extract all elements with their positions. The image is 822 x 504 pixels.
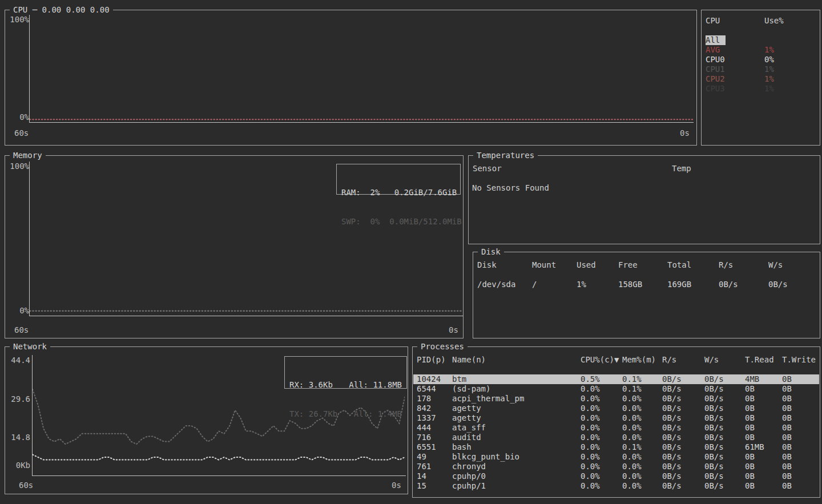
- process-row[interactable]: 444ata_sff0.0%0.0%0B/s0B/s0B0B: [413, 423, 819, 433]
- process-row-cell: 15: [417, 481, 426, 491]
- memory-ram-legend: RAM: 2% 0.2GiB/7.6GiB: [341, 188, 456, 197]
- process-row-cell: 0.0%: [622, 471, 642, 481]
- memory-x-right-label: 0s: [449, 325, 458, 335]
- processes-panel-title: Processes: [417, 342, 468, 352]
- process-row-cell: 61MB: [745, 442, 764, 452]
- cpu-graph[interactable]: [30, 18, 693, 120]
- temperatures-empty-message: No Sensors Found: [472, 183, 549, 193]
- cpu-panel[interactable]: CPU ─ 0.00 0.00 0.00 100% 0% 60s 0s: [5, 10, 697, 146]
- cpu-legend-panel[interactable]: CPUUse%AllAVG1%CPU00%CPU11%CPU21%CPU31%: [701, 10, 820, 146]
- memory-y-min-label: 0%: [6, 306, 29, 316]
- cpu-legend-row[interactable]: All: [702, 35, 819, 45]
- memory-y-max-label: 100%: [6, 162, 29, 171]
- process-row-cell: 0.0%: [581, 442, 600, 452]
- process-row[interactable]: 1337agetty0.0%0.0%0B/s0B/s0B0B: [413, 413, 819, 423]
- process-row-cell: 0.0%: [581, 423, 600, 433]
- process-row-cell: 0B: [782, 394, 792, 404]
- process-row[interactable]: 10424btm0.5%0.1%0B/s0B/s4MB0B: [413, 374, 819, 384]
- process-row-cell: 0B/s: [662, 423, 682, 433]
- process-row-cell: 0.1%: [622, 384, 642, 394]
- processes-header-row[interactable]: PID(p)Name(n)CPU%(c)▼Mem%(m)R/sW/sT.Read…: [413, 355, 819, 365]
- process-row-cell: 0.0%: [622, 404, 642, 413]
- process-row[interactable]: 842agetty0.0%0.0%0B/s0B/s0B0B: [413, 404, 819, 413]
- memory-panel[interactable]: Memory 100% 0% RAM: 2% 0.2GiB/7.6GiB SWP…: [5, 155, 464, 338]
- cpu-legend-name: CPU2: [706, 74, 725, 84]
- process-row-cell: 0.0%: [581, 413, 600, 423]
- network-rx-legend: RX: 3.6Kb: [289, 380, 333, 390]
- processes-header-row-cell: T.Write: [782, 355, 816, 365]
- process-row-cell: 0.0%: [581, 481, 600, 491]
- cpu-x-right-label: 0s: [680, 128, 690, 138]
- process-row-cell: 0.0%: [622, 481, 642, 491]
- process-row-cell: btm: [452, 374, 466, 384]
- cpu-legend-name: All: [706, 35, 726, 45]
- process-row-cell: 14: [417, 471, 426, 481]
- process-row[interactable]: 178acpi_thermal_pm0.0%0.0%0B/s0B/s0B0B: [413, 394, 819, 404]
- temperatures-panel[interactable]: Temperatures SensorTemp No Sensors Found: [468, 155, 820, 244]
- process-row-cell: 0B: [745, 413, 755, 423]
- cpu-legend-value: 1%: [764, 84, 774, 94]
- process-row-cell: 0B: [782, 462, 792, 471]
- temperatures-header-row-cell: Temp: [672, 164, 691, 174]
- process-row-cell: 0.0%: [581, 471, 600, 481]
- process-row-cell: 0B/s: [704, 442, 724, 452]
- network-x-axis-line: [32, 475, 406, 476]
- process-row-cell: 0B: [782, 481, 792, 491]
- process-row-cell: 0.0%: [622, 423, 642, 433]
- process-row-cell: 0B/s: [704, 423, 724, 433]
- disk-header-row: DiskMountUsedFreeTotalR/sW/s: [474, 260, 819, 270]
- process-row-cell: 1337: [417, 413, 436, 423]
- disk-panel[interactable]: Disk DiskMountUsedFreeTotalR/sW/s/dev/sd…: [473, 252, 820, 338]
- disk-header-row-cell: W/s: [768, 260, 783, 270]
- network-panel[interactable]: Network 44.4 29.6 14.8 0Kb RX: 3.6Kb All…: [5, 346, 408, 494]
- processes-header-row-cell: CPU%(c)▼: [581, 355, 619, 365]
- temperatures-panel-title: Temperatures: [473, 151, 538, 160]
- process-row-cell: 0.0%: [581, 452, 600, 462]
- process-row-cell: 0B/s: [704, 452, 724, 462]
- memory-legend-box: RAM: 2% 0.2GiB/7.6GiB SWP: 0% 0.0MiB/512…: [336, 164, 461, 195]
- process-row[interactable]: 6544(sd-pam)0.0%0.1%0B/s0B/s0B0B: [413, 384, 819, 394]
- process-row-cell: 0.5%: [581, 374, 600, 384]
- cpu-legend-row[interactable]: AVG1%: [702, 45, 819, 55]
- process-row[interactable]: 761chronyd0.0%0.0%0B/s0B/s0B0B: [413, 462, 819, 471]
- cpu-legend-row[interactable]: CPU31%: [702, 84, 819, 94]
- process-row-cell: 0.0%: [581, 384, 600, 394]
- process-row-cell: 0B: [782, 471, 792, 481]
- cpu-y-min-label: 0%: [6, 112, 29, 122]
- process-row-cell: 761: [417, 462, 431, 471]
- process-row-cell: 0B/s: [662, 413, 682, 423]
- process-row-cell: 0B: [782, 433, 792, 442]
- processes-panel[interactable]: Processes PID(p)Name(n)CPU%(c)▼Mem%(m)R/…: [412, 346, 820, 498]
- disk-row[interactable]: /dev/sda/1%158GB169GB0B/s0B/s: [474, 280, 819, 289]
- process-row-cell: 0B/s: [704, 433, 724, 442]
- process-row-cell: 0.0%: [581, 404, 600, 413]
- memory-swap-legend: SWP: 0% 0.0MiB/512.0MiB: [341, 217, 456, 227]
- process-row-cell: 0B: [782, 413, 792, 423]
- cpu-legend-row[interactable]: CPU00%: [702, 55, 819, 64]
- cpu-x-left-label: 60s: [14, 128, 29, 138]
- process-row[interactable]: 6551bash0.0%0.1%0B/s0B/s61MB0B: [413, 442, 819, 452]
- process-row-cell: 0B: [745, 471, 755, 481]
- process-row[interactable]: 716auditd0.0%0.0%0B/s0B/s0B0B: [413, 433, 819, 442]
- process-row-cell: 0B: [745, 452, 755, 462]
- process-row-cell: 0B: [745, 394, 755, 404]
- process-row-cell: 0B/s: [662, 442, 682, 452]
- process-row-cell: auditd: [452, 433, 481, 442]
- network-x-left-label: 60s: [19, 481, 33, 490]
- process-row[interactable]: 49blkcg_punt_bio0.0%0.0%0B/s0B/s0B0B: [413, 452, 819, 462]
- disk-panel-title: Disk: [478, 247, 504, 257]
- process-row-cell: 0.0%: [622, 394, 642, 404]
- disk-row-cell: 169GB: [667, 280, 691, 289]
- cpu-legend-value: 1%: [764, 74, 774, 84]
- cpu-legend-row[interactable]: CPU21%: [702, 74, 819, 84]
- cpu-legend-row[interactable]: CPU11%: [702, 64, 819, 74]
- process-row[interactable]: 14cpuhp/00.0%0.0%0B/s0B/s0B0B: [413, 471, 819, 481]
- network-y-label-1: 29.6: [7, 394, 30, 404]
- process-row-cell: 0B: [782, 452, 792, 462]
- process-row-cell: 0.0%: [622, 413, 642, 423]
- disk-header-row-cell: Free: [618, 260, 638, 270]
- process-row-cell: 0.0%: [622, 462, 642, 471]
- process-row-cell: 0B: [745, 423, 755, 433]
- process-row[interactable]: 15cpuhp/10.0%0.0%0B/s0B/s0B0B: [413, 481, 819, 491]
- network-x-right-label: 0s: [392, 481, 401, 490]
